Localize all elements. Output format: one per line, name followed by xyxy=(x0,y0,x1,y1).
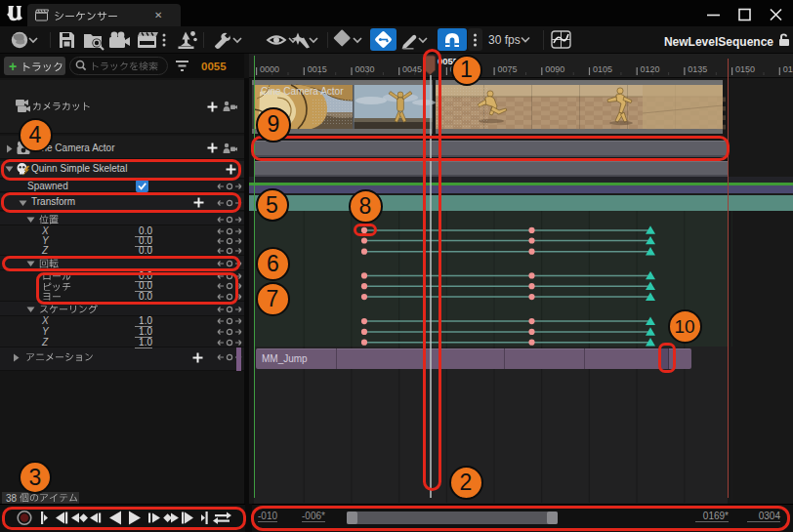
svg-text:0120: 0120 xyxy=(641,64,660,74)
svg-text:0150: 0150 xyxy=(735,64,755,74)
svg-text:0045: 0045 xyxy=(402,64,422,74)
svg-text:30 fps: 30 fps xyxy=(488,33,521,47)
svg-text:0030: 0030 xyxy=(355,64,374,74)
svg-text:0090: 0090 xyxy=(545,64,564,74)
svg-text:0105: 0105 xyxy=(593,64,612,74)
svg-text:0015: 0015 xyxy=(308,64,327,74)
svg-text:0000: 0000 xyxy=(260,64,279,74)
svg-text:0135: 0135 xyxy=(688,64,707,74)
svg-text:0075: 0075 xyxy=(498,64,518,74)
svg-text:0165: 0165 xyxy=(783,64,793,74)
